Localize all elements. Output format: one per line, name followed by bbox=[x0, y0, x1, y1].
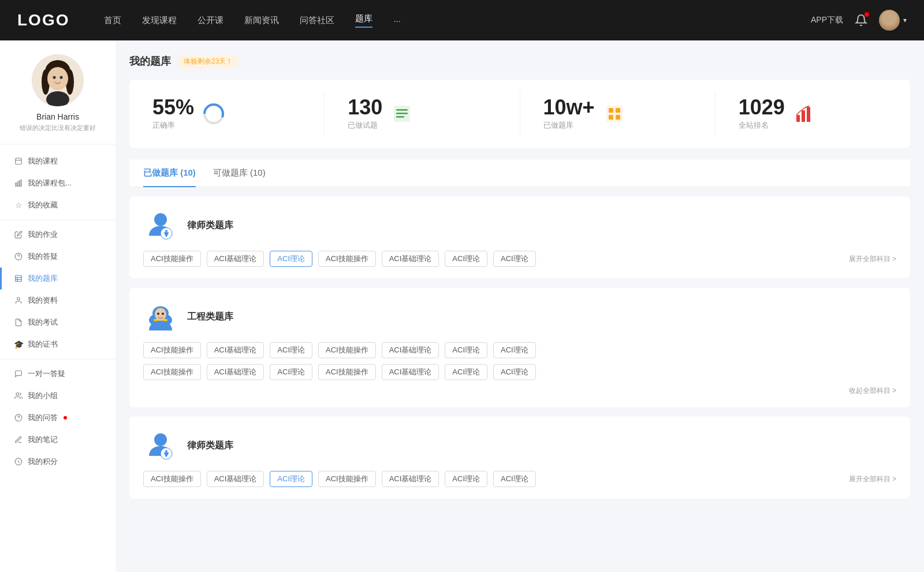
tag[interactable]: ACI基础理论 bbox=[207, 471, 264, 487]
tag[interactable]: ACI理论 bbox=[493, 364, 536, 380]
avatar bbox=[879, 10, 900, 31]
sidebar-item-my-qa[interactable]: 我的问答 bbox=[0, 407, 116, 429]
tag[interactable]: ACI基础理论 bbox=[382, 251, 439, 267]
sidebar-item-my-notes[interactable]: 我的笔记 bbox=[0, 429, 116, 451]
stat-label: 已做题库 bbox=[543, 120, 595, 131]
svg-rect-33 bbox=[616, 108, 620, 113]
page-title: 我的题库 bbox=[129, 54, 171, 68]
sidebar: Brian Harris 错误的决定比没有决定要好 我的课程 我的课程包... … bbox=[0, 40, 116, 572]
page-header: 我的题库 体验剩余23天！ bbox=[129, 54, 910, 68]
profile-name: Brian Harris bbox=[36, 112, 79, 121]
tag[interactable]: ACI技能操作 bbox=[318, 251, 376, 267]
trial-badge: 体验剩余23天！ bbox=[178, 55, 239, 68]
chevron-down-icon: ▾ bbox=[903, 16, 907, 24]
tag[interactable]: ACI技能操作 bbox=[318, 342, 376, 358]
sidebar-label: 我的答疑 bbox=[28, 251, 58, 262]
tag[interactable]: ACI理论 bbox=[445, 342, 487, 358]
notes-icon bbox=[14, 435, 23, 444]
stat-main: 10w+ 已做题库 bbox=[543, 97, 595, 131]
stat-main: 130 已做试题 bbox=[348, 97, 382, 131]
sidebar-item-my-points[interactable]: 我的积分 bbox=[0, 451, 116, 473]
svg-rect-31 bbox=[606, 106, 623, 122]
bank-icon bbox=[14, 274, 23, 283]
help-icon bbox=[14, 252, 23, 261]
nav-bank[interactable]: 题库 bbox=[355, 13, 372, 28]
sidebar-item-my-exams[interactable]: 我的考试 bbox=[0, 311, 116, 333]
tag[interactable]: ACI基础理论 bbox=[382, 471, 439, 487]
stat-value: 130 bbox=[348, 97, 382, 118]
tag[interactable]: ACI技能操作 bbox=[143, 251, 201, 267]
sidebar-item-my-profile[interactable]: 我的资料 bbox=[0, 289, 116, 311]
sidebar-item-my-favorites[interactable]: ☆ 我的收藏 bbox=[0, 194, 116, 216]
expand-link-2[interactable]: 展开全部科目 > bbox=[849, 474, 896, 484]
qa-icon bbox=[14, 413, 23, 422]
collapse-link[interactable]: 收起全部科目 > bbox=[143, 386, 896, 396]
sidebar-label: 我的作业 bbox=[28, 229, 58, 240]
sidebar-item-my-courses[interactable]: 我的课程 bbox=[0, 150, 116, 172]
svg-point-26 bbox=[208, 108, 219, 120]
tag[interactable]: ACI理论 bbox=[270, 364, 312, 380]
tag[interactable]: ACI理论 bbox=[445, 251, 487, 267]
stat-value: 1029 bbox=[739, 97, 785, 118]
sidebar-item-my-homework[interactable]: 我的作业 bbox=[0, 224, 116, 246]
tag[interactable]: ACI基础理论 bbox=[207, 364, 264, 380]
tag[interactable]: ACI技能操作 bbox=[143, 471, 201, 487]
main-content: 我的题库 体验剩余23天！ 55% 正确率 bbox=[116, 40, 924, 572]
nav-discover[interactable]: 发现课程 bbox=[142, 15, 177, 26]
sidebar-label: 我的积分 bbox=[28, 456, 58, 467]
star-icon: ☆ bbox=[14, 200, 23, 210]
stat-accuracy: 55% 正确率 bbox=[129, 91, 325, 136]
tab-done-banks[interactable]: 已做题库 (10) bbox=[143, 159, 196, 187]
nav-news[interactable]: 新闻资讯 bbox=[244, 15, 279, 26]
user-avatar-menu[interactable]: ▾ bbox=[879, 10, 907, 31]
logo[interactable]: LOGO bbox=[17, 11, 69, 29]
svg-rect-28 bbox=[396, 109, 408, 111]
sidebar-item-my-bank[interactable]: 我的题库 bbox=[0, 268, 116, 289]
svg-point-49 bbox=[154, 433, 167, 446]
tag-active[interactable]: ACI理论 bbox=[270, 251, 312, 267]
list-doc-icon bbox=[389, 101, 415, 127]
tag[interactable]: ACI基础理论 bbox=[382, 364, 439, 380]
svg-point-4 bbox=[47, 67, 68, 90]
nav-more[interactable]: ··· bbox=[393, 16, 401, 25]
sidebar-item-my-group[interactable]: 我的小组 bbox=[0, 385, 116, 407]
tag[interactable]: ACI理论 bbox=[493, 471, 536, 487]
nav-qa[interactable]: 问答社区 bbox=[300, 15, 334, 26]
tag[interactable]: ACI技能操作 bbox=[318, 364, 376, 380]
tag[interactable]: ACI理论 bbox=[493, 251, 536, 267]
cert-icon: 🎓 bbox=[14, 340, 23, 349]
sidebar-item-my-questions[interactable]: 我的答疑 bbox=[0, 246, 116, 268]
tags-row: ACI技能操作 ACI基础理论 ACI理论 ACI技能操作 ACI基础理论 AC… bbox=[143, 251, 896, 267]
tag-active[interactable]: ACI理论 bbox=[270, 471, 312, 487]
bank-card-lawyer-1: 律师类题库 ACI技能操作 ACI基础理论 ACI理论 ACI技能操作 ACI基… bbox=[129, 196, 910, 278]
tag[interactable]: ACI基础理论 bbox=[382, 342, 439, 358]
tag[interactable]: ACI技能操作 bbox=[143, 342, 201, 358]
notification-bell[interactable] bbox=[855, 14, 867, 27]
sidebar-item-one-on-one[interactable]: 一对一答疑 bbox=[0, 363, 116, 385]
tag[interactable]: ACI技能操作 bbox=[143, 364, 201, 380]
stat-ranking: 1029 全站排名 bbox=[716, 91, 910, 136]
tag[interactable]: ACI理论 bbox=[493, 342, 536, 358]
svg-rect-37 bbox=[802, 110, 805, 122]
profile-motto: 错误的决定比没有决定要好 bbox=[10, 124, 105, 132]
tag[interactable]: ACI理论 bbox=[270, 342, 312, 358]
sidebar-label: 我的课程 bbox=[28, 156, 58, 166]
edit-icon bbox=[14, 230, 23, 239]
tag[interactable]: ACI理论 bbox=[445, 364, 487, 380]
nav-home[interactable]: 首页 bbox=[104, 15, 121, 26]
sidebar-item-my-packages[interactable]: 我的课程包... bbox=[0, 172, 116, 194]
tag[interactable]: ACI基础理论 bbox=[207, 342, 264, 358]
tab-available-banks[interactable]: 可做题库 (10) bbox=[213, 159, 266, 187]
chat-icon bbox=[14, 369, 23, 378]
tag[interactable]: ACI技能操作 bbox=[318, 471, 376, 487]
sidebar-item-my-certs[interactable]: 🎓 我的证书 bbox=[0, 333, 116, 355]
svg-point-40 bbox=[156, 215, 165, 224]
tag[interactable]: ACI理论 bbox=[445, 471, 487, 487]
tag[interactable]: ACI基础理论 bbox=[207, 251, 264, 267]
expand-link[interactable]: 展开全部科目 > bbox=[849, 254, 896, 264]
svg-rect-29 bbox=[396, 113, 408, 114]
sidebar-label: 我的小组 bbox=[28, 391, 58, 401]
bank-title: 工程类题库 bbox=[187, 311, 233, 323]
app-download-link[interactable]: APP下载 bbox=[811, 15, 843, 25]
nav-open[interactable]: 公开课 bbox=[198, 15, 223, 26]
